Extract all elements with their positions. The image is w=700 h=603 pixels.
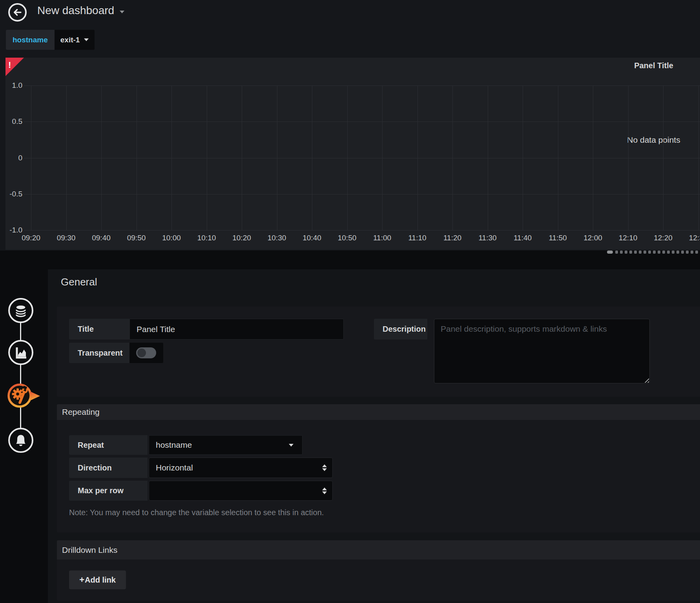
gear-wrench-icon [7,381,43,410]
chevron-down-icon [289,444,293,447]
y-tick-label: 1.0 [5,81,22,90]
grid-line-h [24,85,700,86]
x-tick-label: 09:20 [13,234,49,242]
grid-line-v [558,85,558,230]
tab-alert[interactable] [8,428,33,453]
title-label: Title [69,319,129,340]
dashboard-title[interactable]: New dashboard [37,4,124,17]
resize-handle[interactable] [643,377,649,383]
description-label: Description [374,319,427,340]
toggle-off [136,347,156,358]
x-tick-label: 10:20 [224,234,259,242]
scroll-dot [625,251,627,254]
x-tick-label: 12:30 [681,234,700,242]
y-tick-label: -1.0 [5,226,22,234]
variable-value-dropdown[interactable]: exit-1 [55,30,95,50]
scroll-dot [662,251,665,254]
x-tick-label: 11:50 [540,234,576,242]
scroll-dot [667,251,670,254]
database-icon [8,298,33,323]
section-drilldown: Drilldown Links + Add link [57,540,700,601]
grid-line-v [137,85,137,230]
grid-line-h [24,230,700,231]
x-tick-label: 09:40 [84,234,119,242]
repeat-dropdown[interactable]: hostname [149,435,303,455]
description-placeholder: Panel description, supports markdown & l… [441,324,607,333]
x-tick-label: 12:20 [645,234,681,242]
scroll-dot [695,251,698,254]
variable-label: hostname [6,30,55,50]
grid-line-v [663,85,664,230]
max-per-row-select[interactable] [149,481,333,501]
scroll-thumb[interactable] [607,251,613,254]
grid-line-h [24,194,700,194]
x-tick-label: 10:30 [259,234,295,242]
transparent-toggle[interactable] [129,343,163,363]
x-tick-label: 11:10 [400,234,435,242]
select-arrows-icon [322,465,327,471]
grid-line-v [523,85,523,230]
max-per-row-label: Max per row [69,481,148,501]
graph-panel: ! Panel Title No data points 1.00.50-0.5… [5,58,700,250]
grid-line-v [171,85,172,230]
back-button[interactable] [8,3,27,22]
x-tick-label: 10:50 [330,234,365,242]
title-input[interactable] [129,319,344,340]
grid-line-v [698,85,699,230]
grid-line-h [24,122,700,122]
dashboard-title-text: New dashboard [37,4,114,17]
template-variable: hostname exit-1 [6,30,95,50]
section-general: Title Transparent Description Panel desc… [57,307,700,397]
x-tick-label: 11:40 [505,234,540,242]
scroll-dot [615,251,618,254]
tab-queries[interactable] [8,298,33,323]
grid-line-v [347,85,348,230]
grid-line-v [593,85,593,230]
x-tick-label: 09:30 [49,234,84,242]
scroll-dot [639,251,642,254]
panel-error-icon: ! [8,60,11,70]
graph-icon [8,340,33,365]
chevron-down-icon [120,11,124,13]
select-arrows-icon [322,487,327,494]
scroll-dot [686,251,689,254]
scroll-dot [676,251,679,254]
scroll-dot [648,251,651,254]
chevron-down-icon [84,38,89,41]
scroll-dot [643,251,646,254]
bell-icon [8,428,33,453]
grid-line-v [488,85,488,230]
scroll-dot [634,251,637,254]
repeating-note: Note: You may need to change the variabl… [69,508,324,517]
grid-line-v [207,85,207,230]
grid-line-v [312,85,312,230]
tab-general[interactable] [7,381,43,412]
scroll-dot [672,251,674,254]
x-tick-label: 09:50 [119,234,154,242]
direction-select[interactable]: Horizontal [149,458,333,478]
grid-line-v [101,85,102,230]
scroll-dot [658,251,660,254]
grid-line-v [31,85,31,230]
description-textarea[interactable]: Panel description, supports markdown & l… [434,319,650,383]
scroll-dot [620,251,623,254]
scroll-dot [691,251,693,254]
panel-title[interactable]: Panel Title [575,61,700,70]
scroll-dot [653,251,656,254]
repeat-value: hostname [156,440,192,450]
grafana-panel-edit-page: { "header": { "title": "New dashboard" }… [0,0,700,603]
horizontal-scroll-indicator[interactable] [607,251,700,254]
plot-area [24,85,700,230]
grid-line-h [24,158,700,158]
x-tick-label: 10:40 [294,234,330,242]
editor-tab-title: General [61,276,97,288]
grid-line-v [628,85,629,230]
y-tick-label: 0 [5,154,22,162]
x-tick-label: 12:10 [611,234,646,242]
x-tick-label: 12:00 [575,234,611,242]
variable-value-text: exit-1 [60,30,80,50]
add-link-button[interactable]: + Add link [69,570,126,589]
grid-line-v [277,85,277,230]
tab-visualization[interactable] [8,340,33,365]
section-repeating: Repeating Repeat hostname Direction Hori… [57,404,700,532]
